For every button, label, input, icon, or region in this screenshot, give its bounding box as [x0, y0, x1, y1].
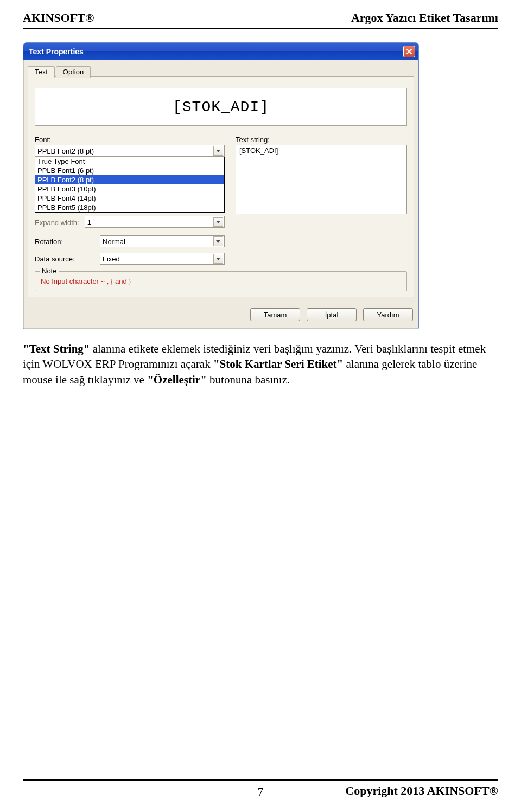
data-source-value: Fixed — [103, 255, 120, 263]
font-combo[interactable]: PPLB Font2 (8 pt) — [35, 145, 225, 157]
chevron-down-icon[interactable] — [213, 146, 223, 156]
font-option[interactable]: PPLB Font5 (18pt) — [35, 203, 224, 212]
cancel-button[interactable]: İptal — [307, 308, 357, 321]
font-label: Font: — [35, 136, 225, 144]
tab-text[interactable]: Text — [28, 66, 55, 78]
body-bold-2: "Stok Kartlar Seri Etiket" — [213, 357, 343, 370]
text-string-input[interactable]: [STOK_ADI] — [236, 145, 407, 214]
font-option[interactable]: PPLB Font2 (8 pt) — [35, 175, 224, 184]
header-rule — [23, 28, 498, 29]
rotation-value: Normal — [103, 238, 125, 246]
ok-button[interactable]: Tamam — [250, 308, 300, 321]
chevron-down-icon[interactable] — [213, 217, 223, 227]
footer-copyright: Copyright 2013 AKINSOFT® — [345, 784, 498, 798]
note-legend: Note — [40, 267, 59, 275]
font-option[interactable]: PPLB Font1 (6 pt) — [35, 166, 224, 175]
rotation-combo[interactable]: Normal — [100, 235, 225, 247]
chevron-down-icon[interactable] — [213, 236, 223, 246]
rotation-label: Rotation: — [35, 238, 94, 246]
body-bold-1: "Text String" — [23, 342, 90, 355]
footer-rule — [23, 779, 498, 781]
doc-header-left: AKINSOFT® — [23, 11, 94, 25]
tabstrip: Text Option — [28, 66, 414, 77]
chevron-down-icon[interactable] — [213, 254, 223, 264]
expand-width-combo[interactable]: 1 — [85, 216, 225, 228]
text-preview: [STOK_ADI] — [35, 88, 407, 126]
tab-panel-text: [STOK_ADI] Font: PPLB Font2 (8 pt) True … — [28, 76, 414, 297]
body-paragraph: "Text String" alanına etikete eklemek is… — [23, 341, 498, 387]
text-properties-dialog: Text Properties Text Option [STOK_ADI] F… — [23, 42, 419, 329]
dialog-title: Text Properties — [29, 47, 84, 56]
font-option[interactable]: PPLB Font3 (10pt) — [35, 184, 224, 194]
text-string-value: [STOK_ADI] — [239, 146, 278, 155]
note-text: No Input character ~ , { and } — [41, 277, 401, 285]
text-string-label: Text string: — [236, 136, 407, 144]
font-option[interactable]: PPLB Font4 (14pt) — [35, 194, 224, 203]
font-combo-value: PPLB Font2 (8 pt) — [37, 147, 94, 155]
note-group: Note No Input character ~ , { and } — [35, 271, 407, 291]
dialog-button-row: Tamam İptal Yardım — [23, 299, 418, 329]
body-text-3: butonuna basınız. — [207, 373, 290, 386]
font-option[interactable]: True Type Font — [35, 157, 224, 166]
data-source-combo[interactable]: Fixed — [100, 253, 225, 265]
font-dropdown-list[interactable]: True Type Font PPLB Font1 (6 pt) PPLB Fo… — [35, 156, 225, 213]
help-button[interactable]: Yardım — [363, 308, 413, 321]
expand-width-value: 1 — [87, 218, 91, 226]
page-number: 7 — [258, 785, 264, 799]
tab-option[interactable]: Option — [56, 66, 91, 78]
close-icon[interactable] — [403, 46, 415, 57]
doc-header-right: Argox Yazıcı Etiket Tasarımı — [351, 11, 498, 25]
expand-width-label: Expand width: — [35, 219, 79, 227]
body-bold-3: "Özelleştir" — [147, 373, 207, 386]
data-source-label: Data source: — [35, 255, 94, 263]
titlebar[interactable]: Text Properties — [23, 43, 418, 60]
